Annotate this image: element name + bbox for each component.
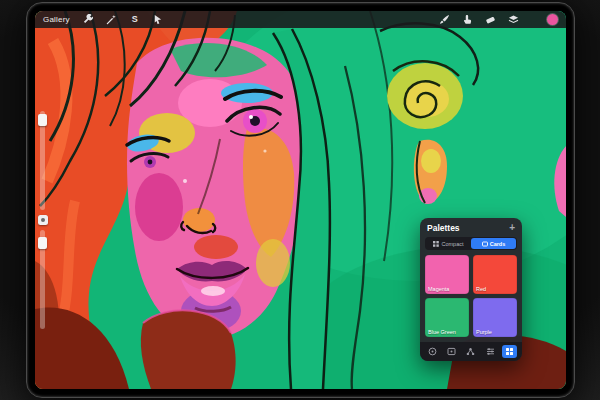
modify-button[interactable] xyxy=(38,215,48,225)
palette-card-purple[interactable]: Purple xyxy=(473,298,517,337)
transform-button[interactable] xyxy=(152,14,164,26)
color-swatch[interactable] xyxy=(547,14,558,25)
brush-sidebar xyxy=(35,111,50,329)
disc-icon xyxy=(428,347,437,356)
tab-compact[interactable]: Compact xyxy=(426,238,471,249)
palettes-tab[interactable] xyxy=(502,345,517,358)
erase-button[interactable] xyxy=(484,14,496,26)
classic-icon xyxy=(447,347,456,356)
value-sliders-icon xyxy=(486,347,495,356)
layers-icon xyxy=(508,14,519,25)
classic-tab[interactable] xyxy=(444,345,459,358)
gallery-button[interactable]: Gallery xyxy=(43,15,70,24)
tab-cards-label: Cards xyxy=(490,241,506,247)
left-tool-group: S xyxy=(83,14,164,26)
tab-compact-label: Compact xyxy=(441,241,463,247)
disc-tab[interactable] xyxy=(425,345,440,358)
color-mode-tabs xyxy=(420,342,522,361)
brush-size-slider[interactable] xyxy=(40,111,45,210)
palette-card-name: Blue Green xyxy=(428,329,456,335)
brush-opacity-slider[interactable] xyxy=(40,230,45,329)
value-tab[interactable] xyxy=(483,345,498,358)
palettes-grid-icon xyxy=(505,347,514,356)
magic-wand-icon xyxy=(106,14,117,25)
selection-icon: S xyxy=(132,15,138,24)
top-toolbar: Gallery S xyxy=(35,11,566,28)
palette-card-name: Magenta xyxy=(428,286,449,292)
palettes-title: Palettes xyxy=(427,223,460,233)
palette-card-name: Red xyxy=(476,286,486,292)
right-tool-group xyxy=(438,14,558,26)
smudge-finger-icon xyxy=(462,14,473,25)
palettes-panel: Palettes + Compact Cards Magenta xyxy=(420,218,522,361)
adjustments-button[interactable] xyxy=(106,14,118,26)
actions-button[interactable] xyxy=(83,14,95,26)
harmony-tab[interactable] xyxy=(463,345,478,358)
desk-background: Gallery S xyxy=(0,0,600,400)
harmony-icon xyxy=(466,347,475,356)
brush-icon xyxy=(439,14,450,25)
canvas[interactable]: Gallery S xyxy=(35,11,566,389)
tab-cards[interactable]: Cards xyxy=(471,238,516,249)
add-palette-button[interactable]: + xyxy=(509,224,515,232)
tablet-frame: Gallery S xyxy=(26,2,575,398)
cards-icon xyxy=(482,241,488,247)
compact-grid-icon xyxy=(433,241,439,247)
palette-card-magenta[interactable]: Magenta xyxy=(425,255,469,294)
palette-card-blue-green[interactable]: Blue Green xyxy=(425,298,469,337)
slider-handle[interactable] xyxy=(38,237,47,249)
smudge-button[interactable] xyxy=(461,14,473,26)
transform-arrow-icon xyxy=(152,14,163,25)
palette-cards-grid: Magenta Red Blue Green Purple xyxy=(420,250,522,342)
layers-button[interactable] xyxy=(507,14,519,26)
palette-card-name: Purple xyxy=(476,329,492,335)
eraser-icon xyxy=(485,14,496,25)
palette-card-red[interactable]: Red xyxy=(473,255,517,294)
paint-button[interactable] xyxy=(438,14,450,26)
palette-view-tabs: Compact Cards xyxy=(425,237,517,250)
wrench-icon xyxy=(83,14,94,25)
slider-handle[interactable] xyxy=(38,114,47,126)
palettes-header: Palettes + xyxy=(420,218,522,236)
selection-button[interactable]: S xyxy=(129,14,141,26)
